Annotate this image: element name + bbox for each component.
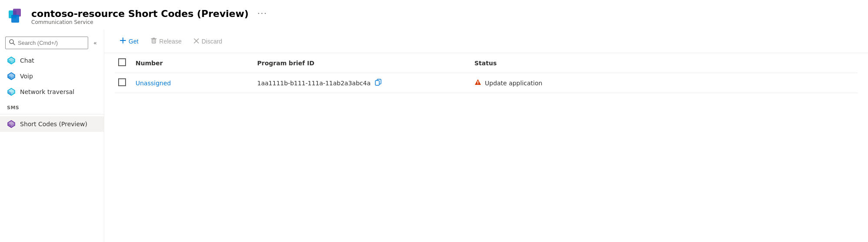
short-codes-cube-icon bbox=[7, 120, 16, 128]
sms-divider bbox=[0, 114, 104, 114]
release-label: Release bbox=[159, 38, 182, 45]
search-row: « bbox=[0, 33, 104, 53]
sidebar-item-voip[interactable]: Voip bbox=[0, 68, 104, 84]
header-status: Status bbox=[471, 53, 858, 73]
table-area: Number Program brief ID Status bbox=[104, 53, 868, 242]
table-row: Unassigned 1aa1111b-b111-111a-11ab2a3abc… bbox=[115, 73, 858, 93]
network-cube-icon bbox=[7, 87, 16, 96]
x-icon bbox=[194, 38, 199, 45]
page-subtitle: Communication Service bbox=[31, 19, 248, 25]
program-id-value: 1aa1111b-b111-111a-11ab2a3abc4a bbox=[257, 80, 371, 87]
voip-cube-icon bbox=[7, 72, 16, 81]
sidebar-item-chat[interactable]: Chat bbox=[0, 53, 104, 68]
svg-rect-32 bbox=[375, 81, 379, 85]
sidebar-item-short-codes-label: Short Codes (Preview) bbox=[20, 121, 87, 128]
toolbar: Get Release bbox=[104, 30, 868, 53]
status-cell: Update application bbox=[474, 79, 854, 87]
row-status-cell: Update application bbox=[471, 73, 858, 93]
svg-rect-3 bbox=[11, 15, 19, 23]
row-checkbox-cell bbox=[115, 73, 132, 93]
main-layout: « Chat bbox=[0, 30, 868, 242]
content-area: Get Release bbox=[104, 30, 868, 242]
sidebar-item-short-codes[interactable]: Short Codes (Preview) bbox=[0, 116, 104, 132]
row-checkbox[interactable] bbox=[118, 78, 126, 86]
sidebar-item-voip-label: Voip bbox=[20, 73, 33, 80]
row-number-cell: Unassigned bbox=[132, 73, 254, 93]
page-header: contoso-resource Short Codes (Preview) C… bbox=[0, 0, 868, 30]
status-value: Update application bbox=[485, 80, 542, 87]
get-label: Get bbox=[129, 38, 139, 45]
sidebar-item-chat-label: Chat bbox=[20, 57, 34, 64]
trash-icon bbox=[151, 37, 157, 45]
page-title: contoso-resource Short Codes (Preview) bbox=[31, 8, 248, 19]
row-program-brief-id-cell: 1aa1111b-b111-111a-11ab2a3abc4a bbox=[254, 73, 471, 93]
service-logo bbox=[7, 7, 26, 26]
copy-icon[interactable] bbox=[375, 79, 382, 87]
sms-section-label: SMS bbox=[0, 100, 104, 112]
discard-button[interactable]: Discard bbox=[189, 35, 227, 47]
header-program-brief-id: Program brief ID bbox=[254, 53, 471, 73]
plus-icon bbox=[120, 37, 126, 45]
sidebar-item-network-traversal-label: Network traversal bbox=[20, 88, 74, 95]
search-box[interactable] bbox=[5, 37, 88, 49]
unassigned-link[interactable]: Unassigned bbox=[136, 80, 171, 87]
header-titles: contoso-resource Short Codes (Preview) C… bbox=[31, 8, 248, 25]
header-number: Number bbox=[132, 53, 254, 73]
discard-label: Discard bbox=[202, 38, 222, 45]
more-options-button[interactable]: ··· bbox=[257, 9, 267, 18]
release-button[interactable]: Release bbox=[146, 35, 187, 47]
search-icon bbox=[9, 39, 15, 47]
sidebar-item-network-traversal[interactable]: Network traversal bbox=[0, 84, 104, 100]
get-button[interactable]: Get bbox=[115, 35, 144, 47]
short-codes-table: Number Program brief ID Status bbox=[115, 53, 858, 93]
svg-point-35 bbox=[477, 84, 478, 84]
collapse-sidebar-button[interactable]: « bbox=[92, 38, 99, 48]
warning-icon bbox=[474, 79, 481, 87]
table-header-row: Number Program brief ID Status bbox=[115, 53, 858, 73]
program-id-row: 1aa1111b-b111-111a-11ab2a3abc4a bbox=[257, 79, 467, 87]
svg-rect-24 bbox=[152, 39, 156, 43]
svg-line-5 bbox=[13, 43, 15, 45]
search-input[interactable] bbox=[18, 40, 84, 46]
sidebar: « Chat bbox=[0, 30, 104, 242]
header-checkbox[interactable] bbox=[118, 58, 126, 66]
chat-cube-icon bbox=[7, 56, 16, 65]
header-checkbox-cell bbox=[115, 53, 132, 73]
